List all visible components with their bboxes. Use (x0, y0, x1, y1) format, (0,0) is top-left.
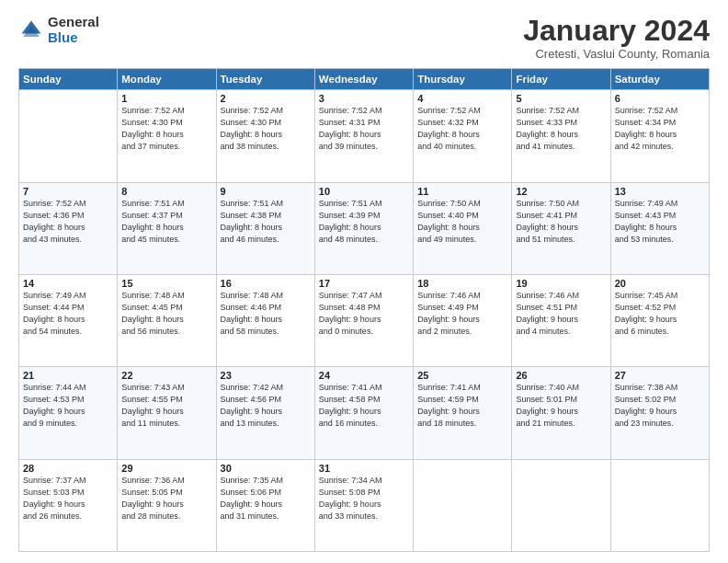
table-row: 5Sunrise: 7:52 AMSunset: 4:33 PMDaylight… (512, 90, 610, 182)
calendar-table: Sunday Monday Tuesday Wednesday Thursday… (18, 68, 710, 552)
day-number: 18 (417, 278, 507, 289)
day-number: 7 (23, 186, 113, 197)
day-number: 24 (319, 370, 409, 381)
day-number: 23 (221, 370, 311, 381)
day-info: Sunrise: 7:51 AMSunset: 4:37 PMDaylight:… (121, 198, 211, 246)
title-block: January 2024 Cretesti, Vaslui County, Ro… (523, 15, 710, 61)
day-number: 8 (121, 186, 211, 197)
logo-blue-text: Blue (48, 30, 99, 46)
table-row: 29Sunrise: 7:36 AMSunset: 5:05 PMDayligh… (118, 459, 216, 551)
col-sunday: Sunday (19, 69, 118, 90)
table-row: 3Sunrise: 7:52 AMSunset: 4:31 PMDaylight… (314, 90, 413, 182)
day-info: Sunrise: 7:41 AMSunset: 4:58 PMDaylight:… (319, 382, 409, 430)
location-subtitle: Cretesti, Vaslui County, Romania (523, 47, 710, 61)
calendar-header-row: Sunday Monday Tuesday Wednesday Thursday… (19, 69, 710, 90)
table-row: 20Sunrise: 7:45 AMSunset: 4:52 PMDayligh… (610, 274, 709, 366)
table-row: 28Sunrise: 7:37 AMSunset: 5:03 PMDayligh… (19, 459, 118, 551)
table-row: 13Sunrise: 7:49 AMSunset: 4:43 PMDayligh… (610, 182, 709, 274)
calendar-week-row: 1Sunrise: 7:52 AMSunset: 4:30 PMDaylight… (19, 90, 710, 182)
calendar-week-row: 14Sunrise: 7:49 AMSunset: 4:44 PMDayligh… (19, 274, 710, 366)
day-info: Sunrise: 7:52 AMSunset: 4:30 PMDaylight:… (121, 105, 211, 153)
day-number: 9 (221, 186, 311, 197)
day-info: Sunrise: 7:35 AMSunset: 5:06 PMDaylight:… (221, 475, 311, 523)
table-row: 10Sunrise: 7:51 AMSunset: 4:39 PMDayligh… (314, 182, 413, 274)
table-row: 1Sunrise: 7:52 AMSunset: 4:30 PMDaylight… (118, 90, 216, 182)
col-saturday: Saturday (610, 69, 709, 90)
logo: General Blue (18, 15, 99, 45)
day-info: Sunrise: 7:48 AMSunset: 4:45 PMDaylight:… (121, 290, 211, 338)
calendar-week-row: 28Sunrise: 7:37 AMSunset: 5:03 PMDayligh… (19, 459, 710, 551)
table-row (610, 459, 709, 551)
day-number: 19 (516, 278, 606, 289)
day-number: 28 (23, 463, 113, 474)
table-row: 14Sunrise: 7:49 AMSunset: 4:44 PMDayligh… (19, 274, 118, 366)
table-row: 6Sunrise: 7:52 AMSunset: 4:34 PMDaylight… (610, 90, 709, 182)
day-info: Sunrise: 7:52 AMSunset: 4:34 PMDaylight:… (615, 105, 705, 153)
calendar-week-row: 7Sunrise: 7:52 AMSunset: 4:36 PMDaylight… (19, 182, 710, 274)
day-number: 20 (615, 278, 705, 289)
day-info: Sunrise: 7:48 AMSunset: 4:46 PMDaylight:… (221, 290, 311, 338)
day-number: 12 (516, 186, 606, 197)
day-info: Sunrise: 7:52 AMSunset: 4:31 PMDaylight:… (319, 105, 409, 153)
table-row: 22Sunrise: 7:43 AMSunset: 4:55 PMDayligh… (118, 367, 216, 459)
day-info: Sunrise: 7:40 AMSunset: 5:01 PMDaylight:… (516, 382, 606, 430)
day-info: Sunrise: 7:42 AMSunset: 4:56 PMDaylight:… (221, 382, 311, 430)
day-info: Sunrise: 7:46 AMSunset: 4:51 PMDaylight:… (516, 290, 606, 338)
table-row: 27Sunrise: 7:38 AMSunset: 5:02 PMDayligh… (610, 367, 709, 459)
table-row: 24Sunrise: 7:41 AMSunset: 4:58 PMDayligh… (314, 367, 413, 459)
table-row (414, 459, 512, 551)
table-row: 16Sunrise: 7:48 AMSunset: 4:46 PMDayligh… (216, 274, 314, 366)
day-number: 13 (615, 186, 705, 197)
day-info: Sunrise: 7:37 AMSunset: 5:03 PMDaylight:… (23, 475, 113, 523)
day-info: Sunrise: 7:43 AMSunset: 4:55 PMDaylight:… (121, 382, 211, 430)
col-wednesday: Wednesday (314, 69, 413, 90)
day-info: Sunrise: 7:51 AMSunset: 4:39 PMDaylight:… (319, 198, 409, 246)
day-number: 11 (417, 186, 507, 197)
day-number: 1 (121, 93, 211, 104)
col-tuesday: Tuesday (216, 69, 314, 90)
table-row: 19Sunrise: 7:46 AMSunset: 4:51 PMDayligh… (512, 274, 610, 366)
page: General Blue January 2024 Cretesti, Vasl… (0, 0, 728, 563)
table-row: 12Sunrise: 7:50 AMSunset: 4:41 PMDayligh… (512, 182, 610, 274)
day-number: 27 (615, 370, 705, 381)
day-number: 5 (516, 93, 606, 104)
day-info: Sunrise: 7:50 AMSunset: 4:40 PMDaylight:… (417, 198, 507, 246)
day-number: 6 (615, 93, 705, 104)
day-info: Sunrise: 7:36 AMSunset: 5:05 PMDaylight:… (121, 475, 211, 523)
calendar-week-row: 21Sunrise: 7:44 AMSunset: 4:53 PMDayligh… (19, 367, 710, 459)
col-friday: Friday (512, 69, 610, 90)
month-title: January 2024 (523, 15, 710, 47)
day-number: 14 (23, 278, 113, 289)
day-number: 16 (221, 278, 311, 289)
day-info: Sunrise: 7:44 AMSunset: 4:53 PMDaylight:… (23, 382, 113, 430)
table-row: 18Sunrise: 7:46 AMSunset: 4:49 PMDayligh… (414, 274, 512, 366)
day-number: 3 (319, 93, 409, 104)
day-info: Sunrise: 7:52 AMSunset: 4:32 PMDaylight:… (417, 105, 507, 153)
logo-text: General Blue (48, 15, 99, 45)
day-number: 2 (221, 93, 311, 104)
day-info: Sunrise: 7:51 AMSunset: 4:38 PMDaylight:… (221, 198, 311, 246)
table-row: 15Sunrise: 7:48 AMSunset: 4:45 PMDayligh… (118, 274, 216, 366)
day-info: Sunrise: 7:41 AMSunset: 4:59 PMDaylight:… (417, 382, 507, 430)
day-number: 17 (319, 278, 409, 289)
day-number: 15 (121, 278, 211, 289)
table-row: 11Sunrise: 7:50 AMSunset: 4:40 PMDayligh… (414, 182, 512, 274)
day-info: Sunrise: 7:52 AMSunset: 4:36 PMDaylight:… (23, 198, 113, 246)
table-row: 30Sunrise: 7:35 AMSunset: 5:06 PMDayligh… (216, 459, 314, 551)
table-row: 8Sunrise: 7:51 AMSunset: 4:37 PMDaylight… (118, 182, 216, 274)
col-monday: Monday (118, 69, 216, 90)
day-number: 29 (121, 463, 211, 474)
day-number: 26 (516, 370, 606, 381)
table-row: 4Sunrise: 7:52 AMSunset: 4:32 PMDaylight… (414, 90, 512, 182)
col-thursday: Thursday (414, 69, 512, 90)
day-info: Sunrise: 7:45 AMSunset: 4:52 PMDaylight:… (615, 290, 705, 338)
day-number: 21 (23, 370, 113, 381)
header: General Blue January 2024 Cretesti, Vasl… (18, 15, 710, 61)
table-row: 17Sunrise: 7:47 AMSunset: 4:48 PMDayligh… (314, 274, 413, 366)
table-row: 26Sunrise: 7:40 AMSunset: 5:01 PMDayligh… (512, 367, 610, 459)
day-info: Sunrise: 7:34 AMSunset: 5:08 PMDaylight:… (319, 475, 409, 523)
table-row: 2Sunrise: 7:52 AMSunset: 4:30 PMDaylight… (216, 90, 314, 182)
day-info: Sunrise: 7:49 AMSunset: 4:44 PMDaylight:… (23, 290, 113, 338)
table-row: 9Sunrise: 7:51 AMSunset: 4:38 PMDaylight… (216, 182, 314, 274)
day-info: Sunrise: 7:49 AMSunset: 4:43 PMDaylight:… (615, 198, 705, 246)
